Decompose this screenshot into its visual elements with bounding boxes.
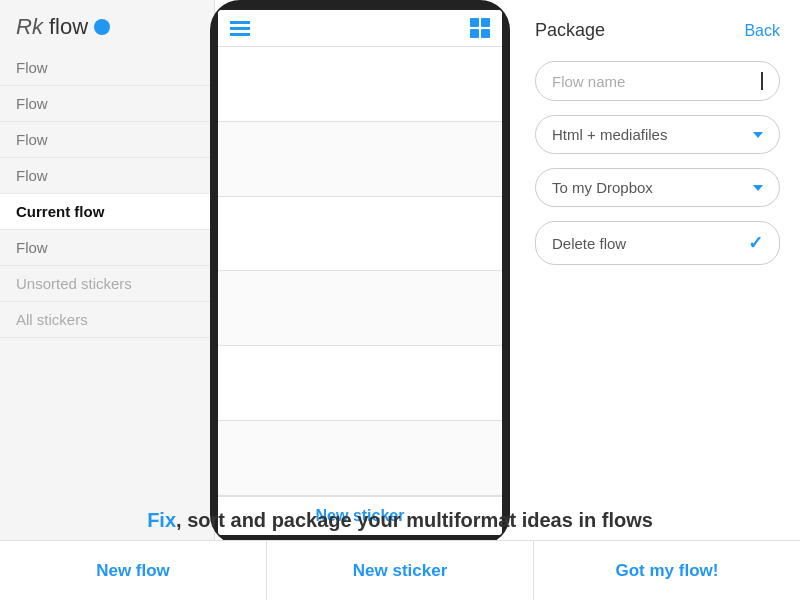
logo-dot: [94, 19, 110, 35]
phone-row-6: [218, 421, 502, 496]
delete-flow-field[interactable]: Delete flow ✓: [535, 221, 780, 265]
phone-row-2: [218, 122, 502, 197]
phone-row-1: [218, 47, 502, 122]
right-panel-title: Package: [535, 20, 605, 41]
sidebar-item-0[interactable]: Flow: [0, 50, 214, 86]
bottom-bar: New flow New sticker Got my flow!: [0, 540, 800, 600]
logo-flow: flow: [49, 14, 88, 40]
menu-icon[interactable]: [230, 21, 250, 36]
sidebar-item-current-flow[interactable]: Current flow: [0, 194, 214, 230]
phone-content: [218, 47, 502, 496]
new-sticker-button[interactable]: New sticker: [267, 541, 534, 600]
phone-mockup: New sticker: [210, 0, 510, 545]
new-flow-button[interactable]: New flow: [0, 541, 267, 600]
tagline: Fix, sort and package your multiformat i…: [0, 509, 800, 532]
right-panel-header: Package Back: [535, 20, 780, 41]
sidebar: Rkflow Flow Flow Flow Flow Current flow …: [0, 0, 215, 540]
got-flow-button[interactable]: Got my flow!: [534, 541, 800, 600]
format-chevron-icon: [753, 132, 763, 138]
format-label: Html + mediafiles: [552, 126, 667, 143]
sidebar-list: Flow Flow Flow Flow Current flow Flow Un…: [0, 50, 214, 338]
destination-label: To my Dropbox: [552, 179, 653, 196]
phone-screen: New sticker: [218, 10, 502, 535]
sidebar-item-all-stickers[interactable]: All stickers: [0, 302, 214, 338]
delete-label: Delete flow: [552, 235, 626, 252]
right-panel: Package Back Flow name Html + mediafiles…: [515, 0, 800, 545]
text-cursor: [761, 72, 763, 90]
destination-chevron-icon: [753, 185, 763, 191]
flow-name-field[interactable]: Flow name: [535, 61, 780, 101]
sidebar-item-1[interactable]: Flow: [0, 86, 214, 122]
format-dropdown[interactable]: Html + mediafiles: [535, 115, 780, 154]
phone-row-4: [218, 271, 502, 346]
phone-header: [218, 10, 502, 47]
phone-row-5: [218, 346, 502, 421]
delete-checkmark-icon: ✓: [748, 232, 763, 254]
flow-name-placeholder: Flow name: [552, 73, 625, 90]
logo-rk: Rk: [16, 14, 43, 40]
sidebar-item-2[interactable]: Flow: [0, 122, 214, 158]
tagline-fix: Fix: [147, 509, 176, 531]
app-logo: Rkflow: [0, 0, 214, 50]
grid-icon[interactable]: [470, 18, 490, 38]
sidebar-item-5[interactable]: Flow: [0, 230, 214, 266]
destination-dropdown[interactable]: To my Dropbox: [535, 168, 780, 207]
tagline-rest: , sort and package your multiformat idea…: [176, 509, 653, 531]
sidebar-item-3[interactable]: Flow: [0, 158, 214, 194]
back-button[interactable]: Back: [744, 22, 780, 40]
phone-row-3: [218, 197, 502, 272]
sidebar-item-unsorted[interactable]: Unsorted stickers: [0, 266, 214, 302]
